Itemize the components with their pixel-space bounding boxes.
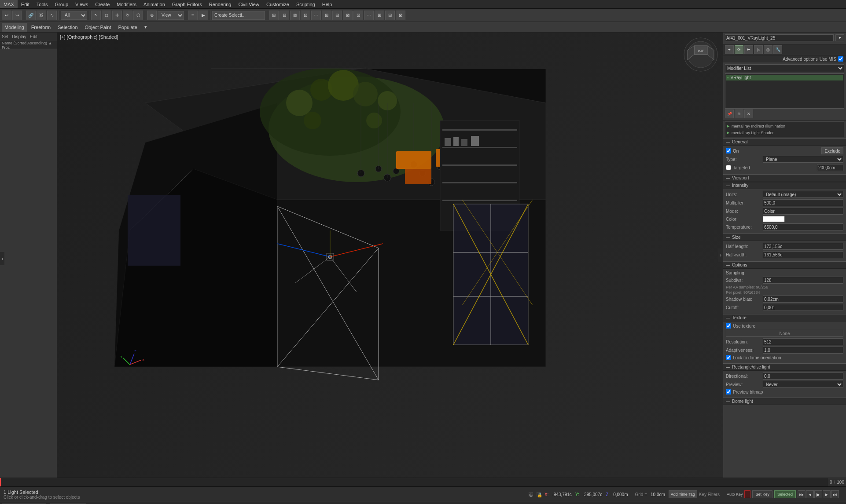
scene-object-list[interactable] xyxy=(0,49,57,478)
selected-button[interactable]: Selected xyxy=(774,490,796,498)
tb-extra-9[interactable]: ⊡ xyxy=(353,11,363,20)
scale-button[interactable]: ⬡ xyxy=(133,11,143,20)
viewport-main[interactable]: [+] [Orthographic] [Shaded] xyxy=(57,33,723,478)
next-frame-btn[interactable]: ► xyxy=(823,490,831,498)
go-to-end-btn[interactable]: ⏭ xyxy=(831,490,839,498)
display-panel-tab[interactable]: ◎ xyxy=(764,45,772,54)
undo-button[interactable]: ↩ xyxy=(2,11,11,20)
pin-stack-btn[interactable]: 📌 xyxy=(725,110,734,118)
unlink-button[interactable]: ⛓ xyxy=(37,11,46,20)
select-region-button[interactable]: □ xyxy=(102,11,111,20)
subdivs-input[interactable] xyxy=(763,277,843,284)
add-time-tag-button[interactable]: Add Time Tag xyxy=(669,490,697,498)
tb-extra-13[interactable]: ⊠ xyxy=(396,11,405,20)
general-section-header[interactable]: — General xyxy=(723,138,846,146)
move-button[interactable]: ✛ xyxy=(112,11,122,20)
vraylight-modifier-item[interactable]: ▪ VRayLight xyxy=(726,75,843,80)
menu-create[interactable]: Create xyxy=(92,0,113,8)
selection-tab[interactable]: Selection xyxy=(55,23,80,32)
options-section-header[interactable]: — Options xyxy=(723,261,846,269)
dome-section-header[interactable]: — Dome light xyxy=(723,398,846,405)
object-paint-tab[interactable]: Object Paint xyxy=(82,23,114,32)
ref-coord-dropdown[interactable]: View xyxy=(158,11,184,20)
preview-dropdown[interactable]: Never xyxy=(763,381,843,388)
create-selection-input[interactable] xyxy=(212,11,265,20)
utilities-panel-tab[interactable]: 🔧 xyxy=(773,45,782,54)
freeform-tab[interactable]: Freeform xyxy=(29,23,54,32)
intensity-section-header[interactable]: — Intensity xyxy=(723,182,846,189)
menu-views[interactable]: Views xyxy=(72,0,92,8)
menu-rendering[interactable]: Rendering xyxy=(206,0,235,8)
tb-extra-8[interactable]: ⊠ xyxy=(343,11,353,20)
menu-modifiers[interactable]: Modifiers xyxy=(113,0,140,8)
targeted-checkbox[interactable] xyxy=(726,165,731,170)
menu-animation[interactable]: Animation xyxy=(140,0,169,8)
shadow-bias-input[interactable] xyxy=(763,296,843,303)
tb-extra-10[interactable]: ⋯ xyxy=(364,11,374,20)
tb-extra-3[interactable]: ⊠ xyxy=(290,11,300,20)
use-mis-checkbox[interactable] xyxy=(838,56,843,62)
reference-coord-button[interactable]: ⊕ xyxy=(147,11,157,20)
motion-panel-tab[interactable]: ▷ xyxy=(754,45,763,54)
mr-light-shader-item[interactable]: ▸ mental ray Light Shader xyxy=(727,129,842,136)
menu-civil-view[interactable]: Civil View xyxy=(235,0,262,8)
select-link-button[interactable]: 🔗 xyxy=(26,11,36,20)
texture-section-header[interactable]: — Texture xyxy=(723,314,846,321)
tb-extra-7[interactable]: ⊟ xyxy=(332,11,342,20)
modifier-list-dropdown[interactable]: Modifier List xyxy=(725,64,844,72)
set-header-btn[interactable]: Set xyxy=(2,34,8,39)
selection-filter-dropdown[interactable]: All xyxy=(61,11,87,20)
redo-button[interactable]: ↪ xyxy=(12,11,22,20)
toolbar2-more[interactable]: ▾ xyxy=(142,23,150,32)
size-section-header[interactable]: — Size xyxy=(723,234,846,241)
prev-frame-btn[interactable]: ◄ xyxy=(806,490,814,498)
half-width-input[interactable] xyxy=(763,251,843,258)
mode-input[interactable] xyxy=(763,208,843,215)
edit-header-btn[interactable]: Edit xyxy=(30,34,37,39)
preview-bitmap-checkbox[interactable] xyxy=(726,389,731,394)
adaptiveness-input[interactable] xyxy=(763,347,843,354)
menu-tools[interactable]: Tools xyxy=(33,0,51,8)
tb-extra-2[interactable]: ⊟ xyxy=(280,11,289,20)
temperature-input[interactable] xyxy=(763,223,843,230)
lock-dome-checkbox[interactable] xyxy=(726,355,731,360)
tb-extra-5[interactable]: ⋯ xyxy=(311,11,321,20)
menu-edit[interactable]: Edit xyxy=(18,0,33,8)
create-panel-tab[interactable]: ✦ xyxy=(725,45,734,54)
menu-customize[interactable]: Customize xyxy=(263,0,293,8)
viewport-navigation-gizmo[interactable]: TOP xyxy=(683,37,718,72)
play-btn[interactable]: ▶ xyxy=(814,490,822,498)
menu-graph-editors[interactable]: Graph Editors xyxy=(169,0,206,8)
directional-input[interactable] xyxy=(763,373,843,380)
auto-key-button[interactable] xyxy=(744,490,750,498)
remove-modifier-btn[interactable]: ✕ xyxy=(744,110,753,118)
display-header-btn[interactable]: Display xyxy=(12,34,26,39)
mr-indirect-illum-item[interactable]: ▸ mental ray Indirect Illumination xyxy=(727,123,842,129)
units-dropdown[interactable]: Default (image) xyxy=(763,191,843,198)
half-length-input[interactable] xyxy=(763,243,843,250)
cutoff-input[interactable] xyxy=(763,304,843,311)
hierarchy-panel-tab[interactable]: ⊢ xyxy=(744,45,753,54)
object-options-btn[interactable]: ▼ xyxy=(835,34,844,41)
rotate-button[interactable]: ↻ xyxy=(123,11,132,20)
tb-extra-11[interactable]: ⊞ xyxy=(375,11,384,20)
type-dropdown[interactable]: Plane xyxy=(763,156,843,163)
tb-extra-12[interactable]: ⊟ xyxy=(385,11,395,20)
menu-help[interactable]: Help xyxy=(319,0,336,8)
viewport-section-header[interactable]: — Viewport xyxy=(723,174,846,182)
modifier-tree[interactable]: ▪ VRayLight xyxy=(725,73,844,109)
go-to-start-btn[interactable]: ⏮ xyxy=(798,490,806,498)
populate-tab[interactable]: Populate xyxy=(115,23,140,32)
layer-manager-button[interactable]: ≡ xyxy=(188,11,198,20)
bind-space-warp-button[interactable]: ∿ xyxy=(47,11,57,20)
texture-none-button[interactable]: None xyxy=(726,330,843,337)
tb-extra-6[interactable]: ⊞ xyxy=(322,11,331,20)
render-button[interactable]: ▶ xyxy=(199,11,208,20)
menu-group[interactable]: Group xyxy=(51,0,72,8)
resolution-input[interactable] xyxy=(763,338,843,345)
menu-scripting[interactable]: Scripting xyxy=(293,0,319,8)
rectangle-section-header[interactable]: — Rectangle/disc light xyxy=(723,363,846,371)
color-swatch[interactable] xyxy=(763,216,785,222)
tb-extra-4[interactable]: ⊡ xyxy=(301,11,310,20)
timeline-track[interactable] xyxy=(0,478,828,486)
